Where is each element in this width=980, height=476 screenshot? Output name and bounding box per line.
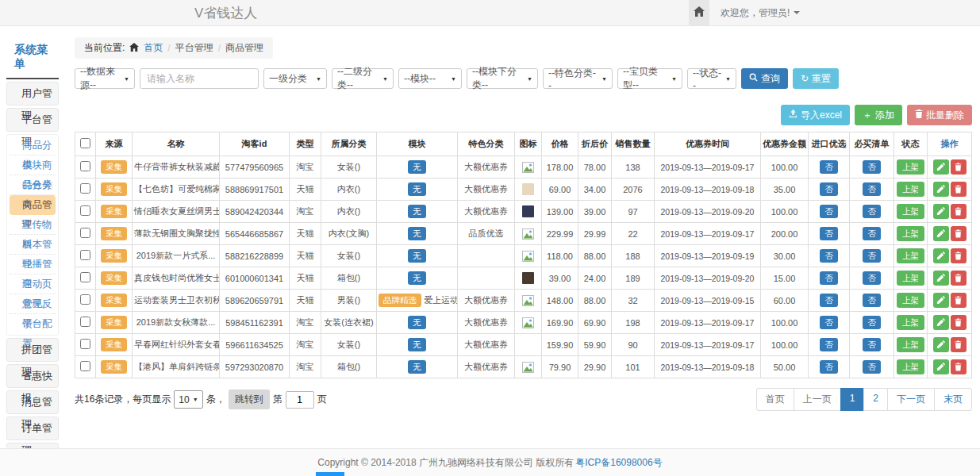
delete-button[interactable] [951,337,967,352]
status-badge[interactable]: 上架 [897,271,924,286]
delete-button[interactable] [951,182,967,197]
edit-button[interactable] [933,337,949,352]
jump-button[interactable]: 跳转到 [229,390,270,409]
level1-category-select[interactable]: 一级分类▼ [263,68,327,89]
sidebar-subitem[interactable]: 特色分类 [10,175,56,195]
sidebar-group-item[interactable]: 平台管理 [6,108,59,132]
pager-button[interactable]: 1 [840,388,865,411]
import-toggle-badge[interactable]: 否 [820,182,838,196]
sidebar-group-item[interactable]: 拼团管理 [6,338,59,362]
pager-button[interactable]: 首页 [756,388,794,411]
edit-button[interactable] [933,182,949,197]
sidebar-subitem[interactable]: 商品分类 [10,136,56,155]
import-toggle-badge[interactable]: 否 [820,338,838,351]
search-button[interactable]: 查询 [741,68,788,89]
row-checkbox[interactable] [80,294,90,305]
batch-delete-button[interactable]: 批量删除 [907,105,972,125]
mustbuy-toggle-badge[interactable]: 否 [863,294,881,307]
sidebar-group-item[interactable]: 订单管理 [6,416,59,440]
edit-button[interactable] [933,359,949,374]
status-badge[interactable]: 上架 [897,293,924,308]
delete-button[interactable] [951,359,967,374]
status-badge[interactable]: 上架 [897,248,924,263]
edit-button[interactable] [933,315,949,330]
status-badge[interactable]: 上架 [897,315,924,330]
breadcrumb-home-link[interactable]: 首页 [144,41,163,55]
import-toggle-badge[interactable]: 否 [820,249,838,263]
delete-button[interactable] [951,315,967,330]
import-toggle-badge[interactable]: 否 [820,271,838,285]
import-excel-button[interactable]: 导入excel [781,105,850,125]
sidebar-subitem[interactable]: 商品管理 [10,195,56,215]
sidebar-subitem[interactable]: 平台配置 [10,314,56,334]
row-checkbox[interactable] [80,339,90,349]
pager-button[interactable]: 末页 [934,388,972,411]
status-badge[interactable]: 上架 [897,226,924,241]
pager-button[interactable]: 下一页 [887,388,935,411]
import-toggle-badge[interactable]: 否 [820,205,838,218]
pager-button[interactable]: 2 [863,388,888,411]
sidebar-subitem[interactable]: 版本管理 [10,235,56,255]
reset-button[interactable]: ↻ 重置 [793,68,839,89]
mustbuy-toggle-badge[interactable]: 否 [863,338,881,351]
edit-button[interactable] [933,226,949,241]
sidebar-subitem[interactable]: 轮播管理 [10,255,56,274]
mustbuy-toggle-badge[interactable]: 否 [863,271,881,285]
edit-button[interactable] [933,271,949,286]
edit-button[interactable] [933,159,949,175]
data-source-select[interactable]: --数据来源--▼ [75,68,135,89]
mustbuy-toggle-badge[interactable]: 否 [863,160,881,174]
add-button[interactable]: ＋ 添加 [855,105,902,125]
mustbuy-toggle-badge[interactable]: 否 [863,360,881,374]
page-size-select[interactable]: 10▼ [174,390,202,409]
sidebar-group-item[interactable]: 省惠快报 [6,364,59,388]
mustbuy-toggle-badge[interactable]: 否 [863,182,881,196]
row-checkbox[interactable] [80,250,90,260]
delete-button[interactable] [951,159,967,175]
import-toggle-badge[interactable]: 否 [820,160,838,174]
row-checkbox[interactable] [80,361,90,371]
delete-button[interactable] [951,271,967,286]
status-badge[interactable]: 上架 [897,359,924,374]
pager-button[interactable]: 上一页 [794,388,841,411]
status-select[interactable]: --状态--▼ [687,68,736,89]
edit-button[interactable] [933,248,949,263]
level2-category-select[interactable]: --二级分类--▼ [332,68,394,89]
delete-button[interactable] [951,226,967,241]
import-toggle-badge[interactable]: 否 [820,360,838,374]
select-all-checkbox[interactable] [80,138,90,148]
status-badge[interactable]: 上架 [897,182,924,197]
sidebar-group-item[interactable]: 兑换管理 [6,443,59,448]
edit-button[interactable] [933,204,949,219]
sidebar-group-item[interactable]: 消息管理 [6,390,59,414]
mustbuy-toggle-badge[interactable]: 否 [863,227,881,240]
home-button[interactable] [689,0,709,25]
sidebar-subitem[interactable]: 意见反馈 [10,294,56,314]
module-sub-category-select[interactable]: --模块下分类--▼ [467,68,538,89]
mustbuy-toggle-badge[interactable]: 否 [863,249,881,263]
sidebar-subitem[interactable]: 宣传物料 [10,215,56,235]
row-checkbox[interactable] [80,272,90,282]
page-number-input[interactable] [286,391,314,409]
item-type-select[interactable]: --宝贝类型--▼ [617,68,682,89]
sidebar-group-item[interactable]: 用户管理 [6,82,59,106]
row-checkbox[interactable] [80,228,90,238]
feature-category-select[interactable]: --特色分类--▼ [543,68,613,89]
delete-button[interactable] [951,293,967,308]
mustbuy-toggle-badge[interactable]: 否 [863,316,881,329]
import-toggle-badge[interactable]: 否 [820,294,838,307]
row-checkbox[interactable] [80,317,90,327]
sidebar-subitem[interactable]: 启动页管理 [10,274,56,294]
status-badge[interactable]: 上架 [897,337,924,352]
delete-button[interactable] [951,204,967,219]
user-menu[interactable]: 欢迎您，管理员! [721,6,800,20]
edit-button[interactable] [933,293,949,308]
mustbuy-toggle-badge[interactable]: 否 [863,205,881,218]
name-input[interactable] [140,68,259,89]
delete-button[interactable] [951,248,967,263]
status-badge[interactable]: 上架 [897,159,924,175]
row-checkbox[interactable] [80,161,90,171]
icp-link[interactable]: 粤ICP备16098006号 [575,456,662,470]
row-checkbox[interactable] [80,183,90,194]
module-select[interactable]: --模块--▼ [398,68,462,89]
